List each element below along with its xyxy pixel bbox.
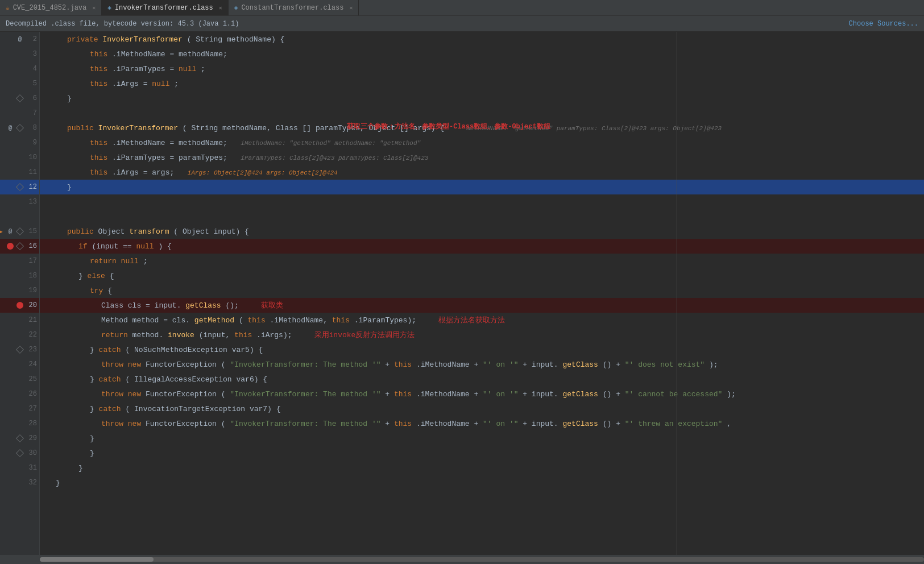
code-line-32: }: [40, 475, 924, 490]
gutter-row-14: [0, 209, 39, 224]
gutter-row-4: 4: [0, 61, 39, 76]
diamond-icon-15: [16, 227, 24, 235]
gutter-row-23: 23: [0, 342, 39, 357]
gutter-row-8: @ 8: [0, 121, 39, 135]
gutter-row-17: 17: [0, 254, 39, 268]
code-line-29: }: [40, 431, 924, 446]
scrollbar-track: [40, 557, 924, 562]
tab-close-cve[interactable]: ✕: [92, 5, 96, 11]
code-line-20: Class cls = input. getClass (); 获取类: [40, 298, 924, 313]
code-line-9: this .iMethodName = methodName; iMethodN…: [40, 135, 924, 150]
tab-label-cve: CVE_2015_4852.java: [13, 4, 87, 12]
gutter-row-30: 30: [0, 446, 39, 461]
code-line-31: }: [40, 461, 924, 475]
code-area[interactable]: private InvokerTransformer ( String meth…: [40, 32, 924, 555]
diamond-icon-8: [16, 124, 24, 132]
gutter-row-26: 26: [0, 387, 39, 401]
info-bar: Decompiled .class file, bytecode version…: [0, 16, 924, 32]
annotation-line21: 根据方法名获取方法: [438, 316, 505, 325]
code-line-12: }: [40, 180, 924, 194]
gutter-row-22: 22: [0, 327, 39, 342]
gutter-row-27: 27: [0, 401, 39, 416]
code-line-19: try {: [40, 283, 924, 298]
current-line-arrow-15: ▶: [0, 227, 5, 235]
tab-close-invoker[interactable]: ✕: [219, 5, 222, 11]
diamond-icon-6: [16, 94, 24, 102]
code-line-25: } catch ( IllegalAccessException var6) {: [40, 372, 924, 387]
gutter-row-11: 11: [0, 165, 39, 180]
at-icon-8: @: [6, 124, 14, 132]
code-line-26: throw new FunctorException ( "InvokerTra…: [40, 387, 924, 401]
code-line-16: if (input == null ) {: [40, 239, 924, 254]
class-file-icon-1: ◈: [107, 4, 111, 11]
decompiled-info: Decompiled .class file, bytecode version…: [6, 20, 239, 28]
gutter-row-21: 21: [0, 313, 39, 327]
gutter-row-32: 32: [0, 475, 39, 490]
code-line-17: return null ;: [40, 254, 924, 268]
diamond-icon-30: [16, 449, 24, 457]
gutter-row-19: 19: [0, 283, 39, 298]
scrollbar-thumb[interactable]: [40, 557, 154, 562]
gutter-row-12: 12: [0, 180, 39, 194]
code-line-13: [40, 194, 924, 209]
code-line-3: this .iMethodName = methodName;: [40, 47, 924, 61]
code-line-28: throw new FunctorException ( "InvokerTra…: [40, 416, 924, 431]
editor-area: @ 2 3 4 5 6 7 @ 8 9: [0, 32, 924, 555]
gutter-row-10: 10: [0, 150, 39, 165]
gutter-row-5: 5: [0, 76, 39, 91]
gutter-row-18: 18: [0, 268, 39, 283]
tab-constant-class[interactable]: ◈ ConstantTransformer.class ✕: [229, 0, 359, 15]
gutter-row-9: 9: [0, 135, 39, 150]
code-line-23: } catch ( NoSuchMethodException var5) {: [40, 342, 924, 357]
tab-bar: ☕ CVE_2015_4852.java ✕ ◈ InvokerTransfor…: [0, 0, 924, 16]
code-line-10: this .iParamTypes = paramTypes; iParamTy…: [40, 150, 924, 165]
tab-label-constant: ConstantTransformer.class: [241, 4, 343, 12]
gutter-row-31: 31: [0, 461, 39, 475]
gutter-row-28: 28: [0, 416, 39, 431]
gutter-row-16: 16: [0, 239, 39, 254]
tab-label-invoker: InvokerTransformer.class: [115, 4, 213, 12]
code-line-15: public Object transform ( Object input) …: [40, 224, 924, 239]
breakpoint-icon-20[interactable]: [16, 301, 24, 309]
at-icon-15: @: [6, 227, 14, 235]
gutter-row-3: 3: [0, 47, 39, 61]
code-line-11: this .iArgs = args; iArgs: Object[2]@424…: [40, 165, 924, 180]
gutter: @ 2 3 4 5 6 7 @ 8 9: [0, 32, 40, 555]
code-line-6: }: [40, 91, 924, 106]
choose-sources-button[interactable]: Choose Sources...: [849, 20, 918, 28]
code-line-18: } else {: [40, 268, 924, 283]
gutter-row-7: 7: [0, 106, 39, 121]
annotation-line22: 采用invoke反射方法调用方法: [314, 331, 415, 339]
gutter-row-29: 29: [0, 431, 39, 446]
tab-close-constant[interactable]: ✕: [349, 5, 353, 11]
tab-cve-java[interactable]: ☕ CVE_2015_4852.java ✕: [0, 0, 102, 15]
gutter-row-6: 6: [0, 91, 39, 106]
code-line-8: public InvokerTransformer ( String metho…: [40, 121, 924, 135]
gutter-row-15: ▶ @ 15: [0, 224, 39, 239]
code-lines: private InvokerTransformer ( String meth…: [40, 32, 924, 490]
diamond-icon-16: [16, 242, 24, 250]
tab-invoker-class[interactable]: ◈ InvokerTransformer.class ✕: [102, 0, 228, 15]
diamond-icon-12: [16, 183, 24, 191]
at-icon-2: @: [16, 35, 24, 43]
breakpoint-icon-16[interactable]: [6, 242, 14, 250]
code-line-30: }: [40, 446, 924, 461]
diamond-icon-29: [16, 434, 24, 442]
code-line-21: Method method = cls. getMethod ( this .i…: [40, 313, 924, 327]
code-line-5: this .iArgs = null ;: [40, 76, 924, 91]
code-line-4: this .iParamTypes = null ;: [40, 61, 924, 76]
code-line-24: throw new FunctorException ( "InvokerTra…: [40, 357, 924, 372]
class-file-icon-2: ◈: [234, 4, 238, 11]
code-line-14: [40, 209, 924, 224]
code-line-2: private InvokerTransformer ( String meth…: [40, 32, 924, 47]
code-line-22: return method. invoke (input, this .iArg…: [40, 327, 924, 342]
code-line-7: [40, 106, 924, 121]
annotation-line8: 获取三个参数：方法名、参数类型-Class数组、参数-Object数组: [347, 122, 550, 131]
horizontal-scrollbar[interactable]: [0, 555, 924, 564]
gutter-row-25: 25: [0, 372, 39, 387]
gutter-row-20: 20: [0, 298, 39, 313]
java-file-icon: ☕: [6, 4, 10, 11]
code-line-27: } catch ( InvocationTargetException var7…: [40, 401, 924, 416]
vertical-separator: [677, 32, 677, 555]
annotation-line20: 获取类: [261, 301, 283, 310]
